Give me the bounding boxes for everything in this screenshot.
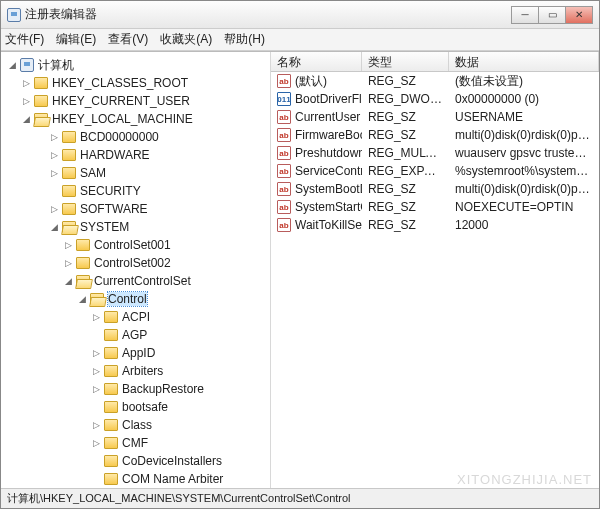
value-row[interactable]: abCurrentUser REG_SZ USERNAME (271, 108, 599, 126)
folder-icon (104, 437, 118, 449)
value-row[interactable]: abPreshutdownO... REG_MULTI_SZ wuauserv … (271, 144, 599, 162)
expander-icon[interactable]: ◢ (77, 294, 88, 305)
tree-node-label: BackupRestore (122, 382, 204, 396)
expander-icon[interactable]: ◢ (49, 222, 60, 233)
col-data[interactable]: 数据 (449, 52, 599, 71)
folder-icon (76, 239, 90, 251)
expander-icon[interactable]: ▷ (63, 258, 74, 269)
tree-node-label: SYSTEM (80, 220, 129, 234)
expander-icon[interactable]: ▷ (91, 438, 102, 449)
tree-node[interactable]: ▷ SOFTWARE (1, 200, 270, 218)
expander-icon[interactable]: ▷ (91, 420, 102, 431)
expander-icon[interactable]: ▷ (91, 348, 102, 359)
value-row[interactable]: ab(默认) REG_SZ (数值未设置) (271, 72, 599, 90)
tree-node[interactable]: ▷ ACPI (1, 308, 270, 326)
expander-icon[interactable]: ◢ (21, 114, 32, 125)
expander-icon[interactable]: ▷ (49, 204, 60, 215)
tree-node-label: ControlSet002 (94, 256, 171, 270)
tree-node-label: HARDWARE (80, 148, 150, 162)
tree-node[interactable]: bootsafe (1, 398, 270, 416)
value-row[interactable]: abFirmwareBoot... REG_SZ multi(0)disk(0)… (271, 126, 599, 144)
value-row[interactable]: 011BootDriverFlags REG_DWORD 0x00000000 … (271, 90, 599, 108)
expander-icon[interactable]: ▷ (63, 240, 74, 251)
tree-node[interactable]: ▷ Arbiters (1, 362, 270, 380)
tree-node[interactable]: CoDeviceInstallers (1, 452, 270, 470)
tree-node[interactable]: COM Name Arbiter (1, 470, 270, 488)
close-button[interactable]: ✕ (565, 6, 593, 24)
expander-icon[interactable]: ▷ (91, 384, 102, 395)
value-name: WaitToKillServi... (295, 218, 362, 232)
tree-node[interactable]: ▷ HARDWARE (1, 146, 270, 164)
titlebar[interactable]: 注册表编辑器 ─ ▭ ✕ (1, 1, 599, 29)
tree-node-label: CurrentControlSet (94, 274, 191, 288)
string-value-icon: ab (277, 200, 291, 214)
menu-edit[interactable]: 编辑(E) (56, 31, 96, 48)
tree-node[interactable]: ▷ AppID (1, 344, 270, 362)
folder-icon (62, 149, 76, 161)
expander-icon[interactable] (91, 402, 102, 413)
expander-icon[interactable] (49, 186, 60, 197)
col-type[interactable]: 类型 (362, 52, 449, 71)
tree-node[interactable]: ◢ CurrentControlSet (1, 272, 270, 290)
tree-node[interactable]: ▷ HKEY_CURRENT_USER (1, 92, 270, 110)
value-name: ServiceControl... (295, 164, 362, 178)
tree-node[interactable]: AGP (1, 326, 270, 344)
tree-node[interactable]: ◢ Control (1, 290, 270, 308)
expander-icon[interactable] (91, 330, 102, 341)
minimize-button[interactable]: ─ (511, 6, 539, 24)
tree-node-label: BCD00000000 (80, 130, 159, 144)
tree-node[interactable]: ▷ SAM (1, 164, 270, 182)
expander-icon[interactable] (91, 456, 102, 467)
list-header[interactable]: 名称 类型 数据 (271, 52, 599, 72)
expander-icon[interactable]: ▷ (49, 168, 60, 179)
expander-icon[interactable]: ◢ (7, 60, 18, 71)
tree-node[interactable]: ▷ BackupRestore (1, 380, 270, 398)
expander-icon[interactable]: ▷ (49, 150, 60, 161)
tree-node[interactable]: ◢ HKEY_LOCAL_MACHINE (1, 110, 270, 128)
tree-node[interactable]: ▷ ControlSet002 (1, 254, 270, 272)
menu-file[interactable]: 文件(F) (5, 31, 44, 48)
value-type: REG_MULTI_SZ (362, 146, 449, 160)
value-list[interactable]: 名称 类型 数据 ab(默认) REG_SZ (数值未设置) 011BootDr… (271, 52, 599, 488)
folder-icon (62, 167, 76, 179)
folder-icon (104, 311, 118, 323)
value-row[interactable]: abSystemStartOp... REG_SZ NOEXECUTE=OPTI… (271, 198, 599, 216)
value-row[interactable]: abServiceControl... REG_EXPAND_SZ %syste… (271, 162, 599, 180)
registry-tree[interactable]: ◢ 计算机 ▷ HKEY_CLASSES_ROOT ▷ HKEY_CURRENT… (1, 52, 271, 488)
tree-node-label: ControlSet001 (94, 238, 171, 252)
tree-node[interactable]: ▷ HKEY_CLASSES_ROOT (1, 74, 270, 92)
maximize-button[interactable]: ▭ (538, 6, 566, 24)
menu-help[interactable]: 帮助(H) (224, 31, 265, 48)
tree-node[interactable]: ▷ ControlSet001 (1, 236, 270, 254)
tree-node[interactable]: SECURITY (1, 182, 270, 200)
menu-favorites[interactable]: 收藏夹(A) (160, 31, 212, 48)
expander-icon[interactable]: ▷ (21, 78, 32, 89)
folder-open-icon (34, 113, 48, 125)
folder-icon (104, 383, 118, 395)
expander-icon[interactable]: ◢ (63, 276, 74, 287)
expander-icon[interactable]: ▷ (21, 96, 32, 107)
menu-view[interactable]: 查看(V) (108, 31, 148, 48)
value-type: REG_SZ (362, 200, 449, 214)
tree-node-label: AppID (122, 346, 155, 360)
expander-icon[interactable] (91, 474, 102, 485)
tree-node[interactable]: ◢ SYSTEM (1, 218, 270, 236)
tree-node-label: CoDeviceInstallers (122, 454, 222, 468)
tree-node[interactable]: ▷ BCD00000000 (1, 128, 270, 146)
tree-node-label: CMF (122, 436, 148, 450)
value-row[interactable]: abSystemBootDe... REG_SZ multi(0)disk(0)… (271, 180, 599, 198)
value-row[interactable]: abWaitToKillServi... REG_SZ 12000 (271, 216, 599, 234)
col-name[interactable]: 名称 (271, 52, 362, 71)
expander-icon[interactable]: ▷ (91, 366, 102, 377)
string-value-icon: ab (277, 128, 291, 142)
expander-icon[interactable]: ▷ (49, 132, 60, 143)
expander-icon[interactable]: ▷ (91, 312, 102, 323)
tree-node[interactable]: ◢ 计算机 (1, 56, 270, 74)
value-data: USERNAME (449, 110, 599, 124)
tree-node[interactable]: ▷ CMF (1, 434, 270, 452)
tree-node[interactable]: ▷ Class (1, 416, 270, 434)
folder-icon (104, 365, 118, 377)
value-name: SystemBootDe... (295, 182, 362, 196)
string-value-icon: ab (277, 218, 291, 232)
folder-icon (104, 473, 118, 485)
